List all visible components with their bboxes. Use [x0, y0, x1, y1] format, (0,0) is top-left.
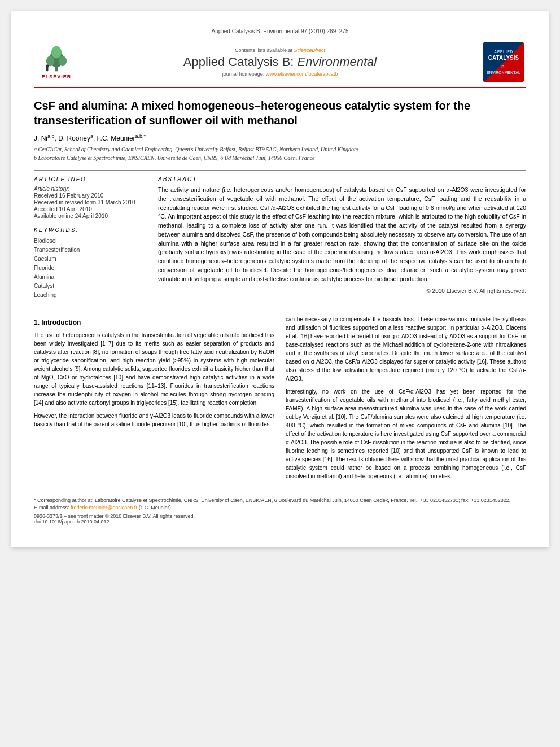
homepage-url: www.elsevier.com/locate/apcatb	[266, 71, 338, 77]
accepted-date: Accepted 10 April 2010	[34, 206, 147, 212]
email-link: frederic.meunier@ensicaen.fr	[71, 505, 137, 510]
body-right-col: can be necessary to compensate the basic…	[286, 315, 526, 485]
journal-title-center: Contents lists available at ScienceDirec…	[79, 47, 481, 76]
article-page: Applied Catalysis B: Environmental 97 (2…	[11, 11, 549, 547]
keyword-item: Catalyst	[34, 282, 147, 291]
keyword-item: Fluoride	[34, 264, 147, 273]
journal-info-top: Applied Catalysis B: Environmental 97 (2…	[34, 28, 526, 38]
doi-line: doi:10.1016/j.apcatb.2010.04.012	[34, 519, 526, 525]
keyword-item: Caesium	[34, 255, 147, 264]
affiliations: a CenTACat, School of Chemistry and Chem…	[34, 146, 526, 162]
footnote-section: * Corresponding author at: Laboratoire C…	[34, 493, 526, 511]
svg-point-2	[46, 56, 55, 66]
abstract-text: The activity and nature (i.e. heterogene…	[158, 186, 526, 283]
keyword-item: Leaching	[34, 291, 147, 300]
svg-point-4	[51, 46, 62, 59]
keyword-item: Transesterification	[34, 246, 147, 255]
elsevier-logo: ELSEVIER	[34, 45, 79, 80]
article-main-title: CsF and alumina: A mixed homogeneous–het…	[34, 98, 526, 128]
article-info-abstract: ARTICLE INFO Article history: Received 1…	[34, 170, 526, 300]
affiliation-b: b Laboratoire Catalyse et Spectrochimie,…	[34, 154, 526, 162]
abstract-label: ABSTRACT	[158, 176, 526, 182]
keywords-section: Keywords: BiodieselTransesterificationCa…	[34, 227, 147, 300]
svg-rect-5	[46, 67, 49, 71]
copyright: © 2010 Elsevier B.V. All rights reserved…	[158, 288, 526, 294]
journal-homepage: journal homepage: www.elsevier.com/locat…	[79, 71, 481, 77]
journal-logo-right: APPLIED CATALYSIS B: ENVIRONMENTAL	[481, 42, 526, 82]
keyword-item: Biodiesel	[34, 237, 147, 246]
keyword-item: Alumina	[34, 273, 147, 282]
received-date: Received 16 February 2010	[34, 193, 147, 199]
intro-para1: The use of heterogeneous catalysts in th…	[34, 331, 274, 407]
authors-line: J. Nia,b, D. Rooneya, F.C. Meuniera,b,*	[34, 133, 526, 142]
intro-para2: However, the interaction between fluorid…	[34, 412, 274, 429]
affiliation-a: a CenTACat, School of Chemistry and Chem…	[34, 146, 526, 154]
article-info-label: ARTICLE INFO	[34, 176, 147, 182]
elsevier-tree-icon	[40, 45, 73, 73]
svg-point-3	[59, 56, 67, 66]
available-date: Available online 24 April 2010	[34, 213, 147, 219]
history-label: Article history:	[34, 186, 147, 192]
revised-date: Received in revised form 31 March 2010	[34, 199, 147, 206]
right-para2: Interestingly, no work on the use of CsF…	[286, 387, 526, 480]
sciencedirect-link: ScienceDirect	[294, 47, 326, 53]
abstract-col: ABSTRACT The activity and nature (i.e. h…	[158, 176, 526, 300]
article-info-col: ARTICLE INFO Article history: Received 1…	[34, 176, 147, 300]
body-left-col: 1. Introduction The use of heterogeneous…	[34, 315, 274, 485]
right-para1: can be necessary to compensate the basic…	[286, 315, 526, 383]
email-footnote: E-mail address: frederic.meunier@ensicae…	[34, 504, 526, 512]
issn-line: 0926-3373/$ – see front matter © 2010 El…	[34, 513, 526, 519]
journal-header: ELSEVIER Contents lists available at Sci…	[34, 42, 526, 88]
journal-main-title: Applied Catalysis B: Environmental	[79, 55, 481, 69]
body-section: 1. Introduction The use of heterogeneous…	[34, 309, 526, 485]
svg-point-6	[46, 64, 49, 67]
doi-section: 0926-3373/$ – see front matter © 2010 El…	[34, 513, 526, 525]
contents-line: Contents lists available at ScienceDirec…	[79, 47, 481, 53]
footnote-star: * Corresponding author at: Laboratoire C…	[34, 497, 526, 504]
body-two-col: 1. Introduction The use of heterogeneous…	[34, 315, 526, 485]
catalysis-badge: APPLIED CATALYSIS B: ENVIRONMENTAL	[483, 42, 524, 82]
keywords-list: BiodieselTransesterificationCaesiumFluor…	[34, 237, 147, 300]
elsevier-label: ELSEVIER	[42, 74, 72, 80]
article-history: Article history: Received 16 February 20…	[34, 186, 147, 219]
article-title-section: CsF and alumina: A mixed homogeneous–het…	[34, 98, 526, 162]
intro-heading: 1. Introduction	[34, 317, 274, 327]
keywords-label: Keywords:	[34, 227, 147, 233]
